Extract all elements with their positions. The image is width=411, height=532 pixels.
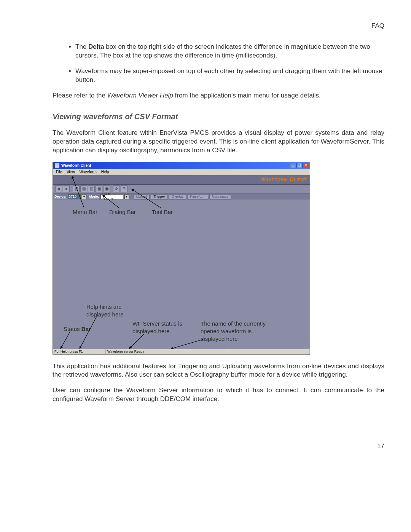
menu-view[interactable]: View [64,169,77,175]
page-number: 17 [377,443,384,450]
bullet-delta: The Delta box on the top right side of t… [75,43,384,60]
tab-harmonics[interactable]: Harmonics [209,194,231,200]
ann-current-name: The name of the currently opened wavefor… [201,320,266,343]
tool-btn-1[interactable]: ◀ [55,185,62,192]
bullet-1-rest: box on the top right side of the screen … [75,43,370,59]
toolbar: ◀ ● ▧ ▤ ▥ ▦ ▣ ⟳ ? [53,185,310,193]
app-logo: Waveform Client [260,176,307,183]
tab-trigger[interactable]: Trigger [151,194,168,200]
window-title: Waveform Client [61,163,91,168]
status-server: Waveform server Ready [106,349,227,354]
ann-statusbar: Status Bar [64,325,91,333]
help-ref-post: from the application's main menu for usa… [173,92,321,99]
mode-label: Mode: [89,194,99,199]
ann-statusbar-pre: Status [64,326,81,332]
para3: User can configure the Waveform Server i… [53,386,384,404]
menubar: File View Waveform Help [53,169,310,175]
intro-para: The Waveform Client feature within EnerV… [53,129,384,155]
help-reference: Please refer to the Waveform Viewer Help… [53,91,384,100]
tool-btn-2[interactable]: ● [63,185,70,192]
bullet-1-pre: The [75,43,88,50]
para2: This application has additional features… [53,362,384,380]
ann-wfserver: WF Server status is displayed here [132,320,182,335]
menu-file[interactable]: File [54,169,64,175]
ann-dialogbar: Dialog Bar [109,208,136,216]
section-heading: Viewing waveforms of CSV Format [53,112,384,122]
device-field[interactable]: 3710 [68,194,81,199]
mode-dropdown[interactable]: ▼ [124,194,129,199]
app-icon [54,163,60,168]
mode-field[interactable]: E3710 Capture [100,194,123,199]
ann-helphints: Help hints are displayed here [86,303,124,319]
device-label: Device: [54,194,67,199]
menu-help[interactable]: Help [99,169,112,175]
tool-btn-6[interactable]: ▦ [96,185,102,192]
help-ref-em: Waveform Viewer Help [107,92,173,99]
ann-statusbar-bold: Bar [81,326,91,332]
minimize-button[interactable]: _ [290,163,296,168]
tool-btn-5[interactable]: ▥ [88,185,95,192]
close-button[interactable]: × [303,163,309,168]
bullet-waveforms: Waveforms may be super-imposed on top of… [75,67,384,85]
ann-toolbar: Tool Bar [152,208,173,216]
tool-btn-8[interactable]: ⟳ [113,185,120,192]
maximize-button[interactable]: ❐ [296,163,303,168]
help-ref-pre: Please refer to the [53,92,107,99]
tool-btn-3[interactable]: ▧ [73,185,80,192]
tool-btn-9[interactable]: ? [121,185,127,192]
device-dropdown[interactable]: ▼ [82,194,86,199]
tab-waveform[interactable]: Waveform [187,194,208,200]
ann-menubar: Menu Bar [73,208,97,216]
titlebar: Waveform Client _ ❐ × [53,162,310,169]
tool-btn-4[interactable]: ▤ [80,185,87,192]
app-screenshot: Waveform Client _ ❐ × File View Waveform… [53,162,310,355]
status-empty [227,349,310,354]
statusbar: For Help, press F1 Waveform server Ready [53,349,310,354]
tab-upload[interactable]: Upload [134,194,150,200]
header-strip: Waveform Client [53,175,310,185]
bullet-1-bold: Delta [88,43,104,50]
status-help: For Help, press F1 [53,349,106,354]
tool-btn-7[interactable]: ▣ [103,185,110,192]
menu-waveform[interactable]: Waveform [77,169,99,175]
header-faq: FAQ [27,22,384,30]
tab-overlay[interactable]: Overlay [169,194,186,200]
